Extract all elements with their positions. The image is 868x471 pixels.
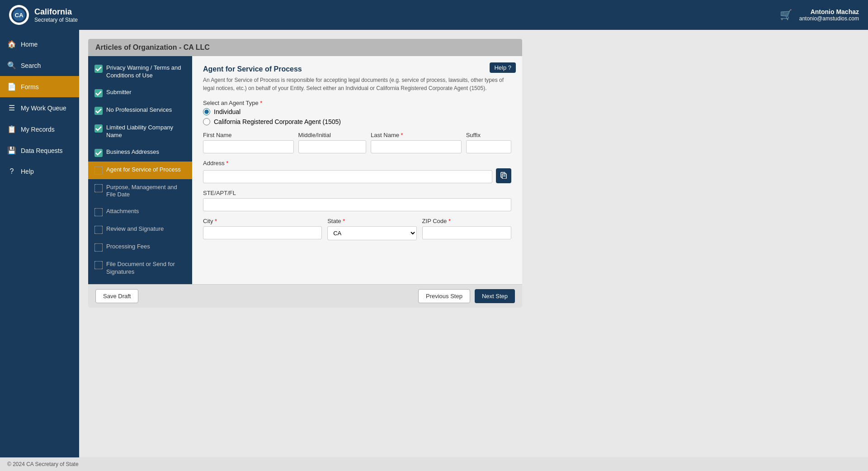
sidebar-icon-myworkqueue: ☰ bbox=[7, 104, 16, 112]
sidebar-label-help: Help bbox=[21, 168, 34, 175]
first-name-input[interactable] bbox=[203, 140, 294, 153]
middle-initial-label: Middle/Initial bbox=[298, 132, 366, 138]
save-draft-button[interactable]: Save Draft bbox=[95, 289, 138, 303]
header-title-sub: Secretary of State bbox=[34, 17, 78, 23]
first-name-field: First Name bbox=[203, 132, 294, 153]
step-item-professional[interactable]: No Professional Services bbox=[88, 102, 192, 119]
svg-rect-10 bbox=[94, 208, 103, 216]
header-logo: CA bbox=[9, 5, 29, 25]
zip-input[interactable] bbox=[422, 226, 511, 239]
step-item-attachments[interactable]: Attachments bbox=[88, 203, 192, 221]
page-footer: © 2024 CA Secretary of State bbox=[0, 457, 868, 471]
svg-rect-7 bbox=[94, 149, 103, 157]
page-footer-text: © 2024 CA Secretary of State bbox=[7, 461, 79, 467]
step-label-addresses: Business Addresses bbox=[106, 148, 159, 156]
last-name-field: Last Name * bbox=[371, 132, 462, 153]
sidebar-label-forms: Forms bbox=[21, 83, 39, 90]
svg-rect-3 bbox=[94, 65, 103, 73]
section-title: Agent for Service of Process bbox=[203, 65, 511, 73]
sidebar-item-myrecords[interactable]: 📋My Records bbox=[0, 119, 79, 140]
sidebar-icon-forms: 📄 bbox=[7, 82, 16, 91]
state-select[interactable]: ALAKAZARCACOCTDEFLGAHIIDILINIAKSKYLAMEMD… bbox=[327, 226, 416, 240]
form-footer: Save Draft Previous Step Next Step bbox=[88, 284, 522, 308]
next-step-button[interactable]: Next Step bbox=[475, 289, 515, 303]
previous-step-button[interactable]: Previous Step bbox=[418, 289, 470, 303]
footer-right: Previous Step Next Step bbox=[418, 289, 515, 303]
main-content: Articles of Organization - CA LLC Privac… bbox=[79, 30, 868, 457]
step-label-submitter: Submitter bbox=[106, 89, 132, 96]
steaptfl-group: STE/APT/FL bbox=[203, 190, 511, 211]
header-left: CA California Secretary of State bbox=[9, 5, 78, 25]
radio-corporate[interactable]: California Registered Corporate Agent (1… bbox=[203, 118, 511, 125]
address-row bbox=[203, 168, 511, 183]
suffix-label: Suffix bbox=[466, 132, 511, 138]
sidebar: 🏠Home🔍Search📄Forms☰My Work Queue📋My Reco… bbox=[0, 30, 79, 457]
steps-panel: Privacy Warning / Terms and Conditions o… bbox=[88, 56, 192, 284]
sidebar-item-myworkqueue[interactable]: ☰My Work Queue bbox=[0, 97, 79, 119]
step-label-file: File Document or Send for Signatures bbox=[106, 261, 186, 276]
address-icon-button[interactable] bbox=[496, 168, 511, 183]
last-name-input[interactable] bbox=[371, 140, 462, 153]
section-description: An Agent for Service of Process is respo… bbox=[203, 76, 511, 92]
address-label: Address * bbox=[203, 160, 511, 167]
user-email: antonio@amstudios.com bbox=[799, 15, 859, 22]
sidebar-item-help[interactable]: ?Help bbox=[0, 161, 79, 182]
step-label-llcname: Limited Liability Company Name bbox=[106, 124, 186, 139]
form-panel: Help ? Agent for Service of Process An A… bbox=[192, 56, 522, 284]
svg-rect-6 bbox=[94, 124, 103, 133]
sidebar-item-forms[interactable]: 📄Forms bbox=[0, 76, 79, 97]
address-input[interactable] bbox=[203, 170, 492, 183]
agent-type-group: Select an Agent Type * Individual Califo… bbox=[203, 100, 511, 125]
step-item-agent[interactable]: Agent for Service of Process bbox=[88, 162, 192, 179]
suffix-input[interactable] bbox=[466, 140, 511, 153]
last-name-label: Last Name * bbox=[371, 132, 462, 138]
step-item-fees[interactable]: Processing Fees bbox=[88, 238, 192, 256]
radio-corporate-label: California Registered Corporate Agent (1… bbox=[214, 118, 341, 125]
state-field: State * ALAKAZARCACOCTDEFLGAHIIDILINIAKS… bbox=[327, 218, 416, 240]
step-label-attachments: Attachments bbox=[106, 208, 139, 215]
sidebar-label-search: Search bbox=[21, 62, 41, 69]
state-label: State * bbox=[327, 218, 416, 224]
step-item-submitter[interactable]: Submitter bbox=[88, 84, 192, 102]
header-title: California Secretary of State bbox=[34, 7, 78, 23]
zip-label: ZIP Code * bbox=[422, 218, 511, 224]
step-item-addresses[interactable]: Business Addresses bbox=[88, 144, 192, 162]
svg-rect-11 bbox=[94, 226, 103, 234]
svg-rect-5 bbox=[94, 107, 103, 115]
sidebar-item-home[interactable]: 🏠Home bbox=[0, 33, 79, 55]
step-label-review: Review and Signature bbox=[106, 225, 164, 233]
sidebar-label-myrecords: My Records bbox=[21, 126, 55, 133]
svg-rect-4 bbox=[94, 89, 103, 97]
svg-rect-12 bbox=[94, 243, 103, 252]
sidebar-item-datarequests[interactable]: 💾Data Requests bbox=[0, 140, 79, 161]
first-name-label: First Name bbox=[203, 132, 294, 138]
radio-individual-label: Individual bbox=[214, 108, 241, 115]
agent-type-label: Select an Agent Type * bbox=[203, 100, 511, 106]
user-info: Antonio Machaz antonio@amstudios.com bbox=[799, 8, 859, 22]
help-button[interactable]: Help ? bbox=[490, 62, 516, 73]
step-item-file[interactable]: File Document or Send for Signatures bbox=[88, 256, 192, 281]
suffix-field: Suffix bbox=[466, 132, 511, 153]
step-label-purpose: Purpose, Management and File Date bbox=[106, 184, 186, 199]
sidebar-icon-home: 🏠 bbox=[7, 40, 16, 48]
cart-icon[interactable]: 🛒 bbox=[780, 9, 792, 21]
steaptfl-label: STE/APT/FL bbox=[203, 190, 511, 196]
sidebar-label-datarequests: Data Requests bbox=[21, 147, 63, 154]
step-item-llcname[interactable]: Limited Liability Company Name bbox=[88, 119, 192, 144]
city-field: City * bbox=[203, 218, 322, 240]
user-name: Antonio Machaz bbox=[799, 8, 859, 15]
name-row: First Name Middle/Initial Last Name * bbox=[203, 132, 511, 153]
radio-individual[interactable]: Individual bbox=[203, 108, 511, 115]
step-item-purpose[interactable]: Purpose, Management and File Date bbox=[88, 179, 192, 204]
step-label-fees: Processing Fees bbox=[106, 243, 150, 251]
city-input[interactable] bbox=[203, 226, 322, 239]
steaptfl-input[interactable] bbox=[203, 198, 511, 211]
header-title-main: California bbox=[34, 7, 78, 17]
step-item-review[interactable]: Review and Signature bbox=[88, 221, 192, 238]
sidebar-item-search[interactable]: 🔍Search bbox=[0, 55, 79, 76]
step-item-privacy[interactable]: Privacy Warning / Terms and Conditions o… bbox=[88, 60, 192, 84]
svg-rect-8 bbox=[94, 167, 103, 175]
middle-initial-input[interactable] bbox=[298, 140, 366, 153]
sidebar-icon-myrecords: 📋 bbox=[7, 125, 16, 133]
address-group: Address * bbox=[203, 160, 511, 183]
